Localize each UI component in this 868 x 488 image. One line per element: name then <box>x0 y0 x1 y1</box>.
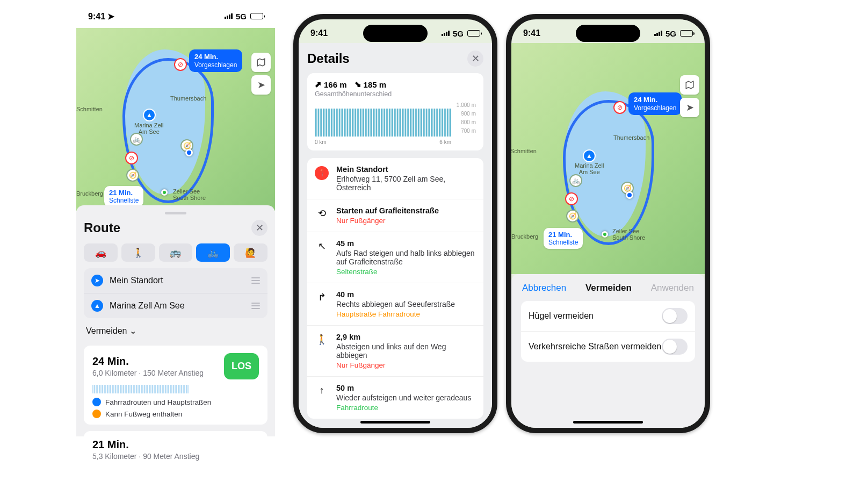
home-indicator[interactable] <box>360 421 430 424</box>
poi-1[interactable]: 🚲 <box>130 133 143 146</box>
mode-hail-button[interactable]: 🙋 <box>234 243 267 262</box>
map-canvas[interactable]: Schmitten Thumersbach Marina Zell Am See… <box>511 43 705 274</box>
route-primary-duration: 24 Min. <box>92 355 204 368</box>
avoid-dropdown[interactable]: Vermeiden ⌄ <box>86 326 136 336</box>
direction-step[interactable]: ↱40 mRechts abbiegen auf SeeuferstraßeHa… <box>307 283 483 326</box>
mode-car-button[interactable]: 🚗 <box>84 243 118 262</box>
step-right-icon: ↱ <box>315 291 329 318</box>
route-fastest-badge[interactable]: 21 Min. Schnellste <box>544 228 583 249</box>
uphill-value: 166 m <box>324 80 347 89</box>
locations-card: ➤ Mein Standort ▲ Marina Zell Am See <box>84 268 267 318</box>
poi-1[interactable]: 🚲 <box>569 174 582 187</box>
map-label-bruckberg: Bruckberg <box>511 233 538 240</box>
poi-nobike[interactable]: ⊘ <box>125 152 138 164</box>
transit-icon: 🚌 <box>170 247 181 259</box>
route-suggested-label: Vorgeschlagen <box>194 61 237 69</box>
go-button[interactable]: LOS <box>224 353 259 379</box>
route-fastest-label: Schnellste <box>548 239 578 246</box>
route-sheet[interactable]: Route ✕ 🚗 🚶 🚌 🚲 🙋 ➤ Mein Standort ▲ Mari… <box>76 205 275 436</box>
current-location-dot <box>626 191 633 199</box>
route-end-dot <box>602 231 608 238</box>
mode-transit-button[interactable]: 🚌 <box>159 243 193 262</box>
avoid-hills-switch[interactable] <box>662 308 688 324</box>
origin-dot-icon: ➤ <box>91 275 103 286</box>
direction-step[interactable]: ↑50 mWieder aufsteigen und weiter gerade… <box>307 377 483 419</box>
elevation-sublabel: Gesamthöhenunterschied <box>315 90 476 98</box>
close-button[interactable]: ✕ <box>467 51 483 67</box>
avoid-dropdown-label: Vermeiden <box>86 326 127 336</box>
close-button[interactable]: ✕ <box>251 220 267 236</box>
xtick-1: 6 km <box>439 139 451 145</box>
poi-3[interactable]: 🧭 <box>126 169 139 182</box>
route-tag-1: Fahrradrouten und Hauptstraßen <box>92 398 259 406</box>
xtick-0: 0 km <box>315 139 327 145</box>
poi-nobike[interactable]: ⊘ <box>613 101 626 114</box>
map-label-bruckberg: Bruckberg <box>76 190 103 197</box>
mode-walk-button[interactable]: 🚶 <box>121 243 155 262</box>
directions-steps-list[interactable]: 📍Mein StandortErlhofweg 11, 5700 Zell am… <box>307 158 483 419</box>
route-end-dot <box>161 189 168 196</box>
battery-icon <box>680 30 693 37</box>
step-desc: Aufs Rad steigen und halb links abbiegen… <box>336 249 476 266</box>
direction-step[interactable]: ↖45 mAufs Rad steigen und halb links abb… <box>307 232 483 283</box>
map-locate-button[interactable]: ➤ <box>680 98 699 117</box>
step-note: Nur Fußgänger <box>336 361 476 369</box>
avoid-sheet[interactable]: Abbrechen Vermeiden Anwenden Hügel verme… <box>511 274 705 430</box>
avoid-cancel-button[interactable]: Abbrechen <box>522 283 566 293</box>
poi-marina-icon[interactable]: ▲ <box>143 109 156 121</box>
downhill-value: 185 m <box>364 80 387 89</box>
step-pin-icon: 📍 <box>315 166 329 192</box>
route-title: Route <box>84 220 120 235</box>
step-note: Nur Fußgänger <box>336 217 476 225</box>
poi-nobike-icon[interactable]: ⊘ <box>174 58 187 71</box>
map-label-schmitten: Schmitten <box>511 148 537 154</box>
map-canvas[interactable]: Schmitten Thumersbach Marina Zell Am See… <box>76 28 275 211</box>
map-locate-button[interactable]: ➤ <box>251 75 271 95</box>
step-note: Seitenstraße <box>336 268 476 276</box>
origin-row[interactable]: ➤ Mein Standort <box>84 268 267 293</box>
drag-handle-icon[interactable] <box>251 303 260 309</box>
step-label: 50 m <box>336 384 476 392</box>
route-fastest-badge[interactable]: 21 Min. Schnellste <box>104 186 143 207</box>
direction-step[interactable]: 📍Mein StandortErlhofweg 11, 5700 Zell am… <box>307 158 483 199</box>
map-layers-icon <box>685 80 695 90</box>
chevron-down-icon: ⌄ <box>129 326 136 336</box>
route-option-primary[interactable]: 24 Min. 6,0 Kilometer · 150 Meter Anstie… <box>84 346 267 425</box>
home-indicator[interactable] <box>573 421 643 424</box>
avoid-apply-button[interactable]: Anwenden <box>651 283 694 293</box>
map-label-thumersbach: Thumersbach <box>170 95 206 102</box>
details-sheet[interactable]: Details ✕ ⬈166 m ⬊185 m Gesamthöhenunter… <box>299 43 492 430</box>
bike-icon: 🚲 <box>207 247 219 259</box>
avoid-traffic-switch[interactable] <box>662 339 688 355</box>
poi-3[interactable]: 🧭 <box>566 210 579 223</box>
map-style-button[interactable] <box>680 75 699 95</box>
avoid-hills-label: Hügel vermeiden <box>529 311 594 321</box>
map-label-schmitten: Schmitten <box>76 106 103 112</box>
direction-step[interactable]: ⟲Starten auf GrafleitenstraßeNur Fußgäng… <box>307 199 483 232</box>
battery-icon <box>250 13 263 19</box>
direction-step[interactable]: 🚶2,9 kmAbsteigen und links auf den Weg a… <box>307 326 483 377</box>
warning-icon <box>92 410 101 418</box>
route-fastest-time: 21 Min. <box>109 189 133 197</box>
map-style-button[interactable] <box>251 53 271 72</box>
mode-bike-button[interactable]: 🚲 <box>196 243 230 262</box>
drag-handle-icon[interactable] <box>251 277 260 284</box>
step-desc: Wieder aufsteigen und weiter geradeaus <box>336 393 476 402</box>
route-suggested-badge[interactable]: 24 Min. Vorgeschlagen <box>628 92 682 115</box>
route-alt-meta: 5,3 Kilometer · 90 Meter Anstieg <box>92 452 259 461</box>
step-label: Starten auf Grafleitenstraße <box>336 206 476 215</box>
sheet-grabber[interactable] <box>165 212 186 214</box>
destination-row[interactable]: ▲ Marina Zell Am See <box>84 293 267 318</box>
notch <box>363 25 428 42</box>
uphill-icon: ⬈ <box>315 80 322 89</box>
poi-nobike-icon[interactable]: ⊘ <box>565 192 578 205</box>
route-option-alt[interactable]: 21 Min. 5,3 Kilometer · 90 Meter Anstieg <box>84 431 267 467</box>
status-time: 9:41 <box>88 12 105 21</box>
step-label: 45 m <box>336 239 476 248</box>
step-label: 2,9 km <box>336 333 476 341</box>
network-label: 5G <box>666 29 676 38</box>
route-suggested-badge[interactable]: 24 Min. Vorgeschlagen <box>189 49 242 72</box>
origin-label: Mein Standort <box>110 276 245 285</box>
poi-marina-icon[interactable]: ▲ <box>583 149 596 162</box>
status-time: 9:41 <box>310 28 328 38</box>
